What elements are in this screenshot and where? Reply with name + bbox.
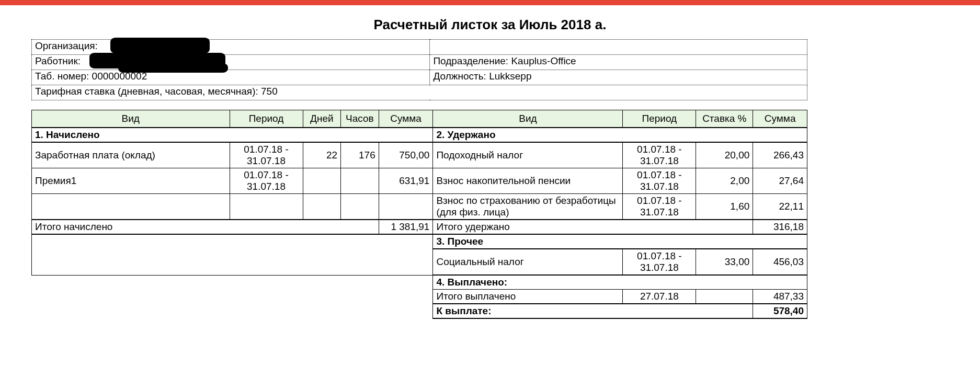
paid-period: 27.07.18 [623, 290, 696, 304]
table-row: Итого выплачено 27.07.18 487,33 [32, 290, 807, 304]
totals-row: Итого начислено 1 381,91 Итого удержано … [32, 220, 807, 234]
info-dept: Подразделение: Kauplus-Office [430, 55, 807, 70]
section-row: 4. Выплачено: [32, 275, 807, 290]
paid-name: Итого выплачено [433, 290, 623, 304]
hdr-sum-right: Сумма [753, 110, 807, 128]
hdr-vid-right: Вид [433, 110, 623, 128]
withheld-rate: 20,00 [696, 142, 753, 168]
info-org-label: Организация: [35, 40, 98, 51]
hdr-period-left: Период [230, 110, 303, 128]
other-rate: 33,00 [696, 249, 753, 275]
section-accrued: 1. Начислено [32, 128, 433, 142]
accrued-period: 01.07.18 - 31.07.18 [230, 142, 303, 168]
redacted-blob [110, 38, 210, 53]
withheld-period: 01.07.18 - 31.07.18 [623, 168, 696, 194]
hdr-days: Дней [303, 110, 341, 128]
info-tab: Таб. номер: 0000000002 [32, 70, 430, 85]
empty-cell [303, 194, 341, 220]
info-org: Организация: [32, 40, 430, 55]
hdr-sum-left: Сумма [379, 110, 433, 128]
section-other: 3. Прочее [433, 234, 807, 249]
section-row: 1. Начислено 2. Удержано [32, 128, 807, 142]
withheld-name: Взнос по страхованию от безработицы (для… [433, 194, 623, 220]
table-row: Премия1 01.07.18 - 31.07.18 631,91 Взнос… [32, 168, 807, 194]
accrued-name: Заработная плата (оклад) [32, 142, 230, 168]
empty-cell [341, 194, 379, 220]
info-rate: Тарифная ставка (дневная, часовая, месяч… [32, 85, 807, 100]
payslip-page: Расчетный листок за Июль 2018 а. Организ… [0, 5, 980, 340]
withheld-rate: 2,00 [696, 168, 753, 194]
other-period: 01.07.18 - 31.07.18 [623, 249, 696, 275]
withheld-sum: 22,11 [753, 194, 807, 220]
paid-sum: 487,33 [753, 290, 807, 304]
accrued-name: Премия1 [32, 168, 230, 194]
withheld-rate: 1,60 [696, 194, 753, 220]
hdr-hours: Часов [341, 110, 379, 128]
empty-cell [379, 194, 433, 220]
accrued-period: 01.07.18 - 31.07.18 [230, 168, 303, 194]
info-emp-label: Работник: [35, 55, 81, 66]
other-name: Социальный налог [433, 249, 623, 275]
hdr-rate: Ставка % [696, 110, 753, 128]
info-pos: Должность: Lukksepp [430, 70, 807, 85]
withheld-name: Взнос накопительной пенсии [433, 168, 623, 194]
info-empty-1 [430, 40, 807, 55]
accrued-total-sum: 1 381,91 [379, 220, 433, 234]
to-pay-sum: 578,40 [753, 304, 807, 318]
withheld-period: 01.07.18 - 31.07.18 [623, 194, 696, 220]
info-block: Организация: Работник: Подразделение: Ka… [31, 39, 807, 100]
hdr-period-right: Период [623, 110, 696, 128]
to-pay-label: К выплате: [433, 304, 753, 318]
accrued-total-label: Итого начислено [32, 220, 379, 234]
accrued-sum: 750,00 [379, 142, 433, 168]
empty-cell [32, 194, 230, 220]
accrued-hours: 176 [341, 142, 379, 168]
empty-cell [32, 290, 433, 304]
accrued-days [303, 168, 341, 194]
info-emp: Работник: [32, 55, 430, 70]
table-row: Взнос по страхованию от безработицы (для… [32, 194, 807, 220]
table-row: Заработная плата (оклад) 01.07.18 - 31.0… [32, 142, 807, 168]
empty-cell [32, 304, 433, 318]
section-withheld: 2. Удержано [433, 128, 807, 142]
withheld-total-label: Итого удержано [433, 220, 753, 234]
empty-cell [32, 275, 433, 290]
withheld-name: Подоходный налог [433, 142, 623, 168]
top-accent-bar [0, 0, 980, 5]
withheld-sum: 266,43 [753, 142, 807, 168]
withheld-total-sum: 316,18 [753, 220, 807, 234]
section-row: 3. Прочее [32, 234, 807, 249]
section-paid: 4. Выплачено: [433, 275, 807, 290]
empty-cell [32, 234, 433, 275]
to-pay-row: К выплате: 578,40 [32, 304, 807, 318]
accrued-sum: 631,91 [379, 168, 433, 194]
withheld-period: 01.07.18 - 31.07.18 [623, 142, 696, 168]
table-header: Вид Период Дней Часов Сумма Вид Период С… [32, 110, 807, 128]
hdr-vid-left: Вид [32, 110, 230, 128]
empty-cell [230, 194, 303, 220]
payslip-table: Вид Период Дней Часов Сумма Вид Период С… [31, 110, 807, 319]
accrued-hours [341, 168, 379, 194]
other-sum: 456,03 [753, 249, 807, 275]
accrued-days: 22 [303, 142, 341, 168]
withheld-sum: 27,64 [753, 168, 807, 194]
paid-rate [696, 290, 753, 304]
page-title: Расчетный листок за Июль 2018 а. [31, 17, 949, 33]
